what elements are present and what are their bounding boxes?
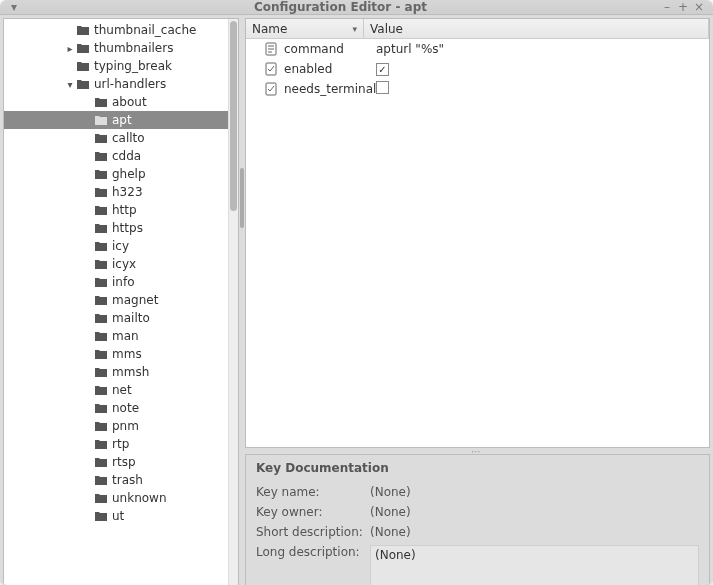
folder-icon bbox=[94, 168, 108, 180]
column-header-value-label: Value bbox=[370, 22, 403, 36]
folder-icon bbox=[94, 150, 108, 162]
pane-grip-vertical[interactable] bbox=[240, 18, 244, 585]
folder-icon bbox=[94, 438, 108, 450]
key-row-enabled[interactable]: enabled bbox=[246, 59, 709, 79]
split-horizontal: thumbnail_cache▸thumbnailerstyping_break… bbox=[3, 18, 710, 585]
tree-item-thumbnail_cache[interactable]: thumbnail_cache bbox=[4, 21, 238, 39]
list-header: Name ▾ Value bbox=[246, 19, 709, 39]
list-body[interactable]: commandapturl "%s"enabledneeds_terminal bbox=[246, 39, 709, 447]
folder-icon bbox=[94, 96, 108, 108]
tree-item-label: cdda bbox=[112, 149, 141, 163]
folder-icon bbox=[94, 366, 108, 378]
scrollbar-vertical[interactable] bbox=[228, 19, 238, 585]
tree-item-mmsh[interactable]: mmsh bbox=[4, 363, 238, 381]
tree-item-http[interactable]: http bbox=[4, 201, 238, 219]
tree-item-ut[interactable]: ut bbox=[4, 507, 238, 525]
checkbox[interactable] bbox=[376, 81, 389, 94]
tree-item-https[interactable]: https bbox=[4, 219, 238, 237]
tree-item-mms[interactable]: mms bbox=[4, 345, 238, 363]
tree-item-man[interactable]: man bbox=[4, 327, 238, 345]
key-type-icon bbox=[264, 82, 278, 96]
tree-item-about[interactable]: about bbox=[4, 93, 238, 111]
tree-item-rtp[interactable]: rtp bbox=[4, 435, 238, 453]
doc-long-value: (None) bbox=[370, 545, 699, 585]
folder-icon bbox=[94, 384, 108, 396]
folder-icon bbox=[94, 132, 108, 144]
window: ▾ Configuration Editor - apt – + × thumb… bbox=[0, 0, 713, 585]
tree-item-label: unknown bbox=[112, 491, 167, 505]
tree-item-icyx[interactable]: icyx bbox=[4, 255, 238, 273]
tree-item-note[interactable]: note bbox=[4, 399, 238, 417]
folder-icon bbox=[76, 60, 90, 72]
tree-item-label: about bbox=[112, 95, 147, 109]
tree-item-callto[interactable]: callto bbox=[4, 129, 238, 147]
key-value[interactable] bbox=[374, 81, 709, 97]
doc-short-value: (None) bbox=[370, 525, 699, 539]
folder-icon bbox=[76, 78, 90, 90]
tree-item-info[interactable]: info bbox=[4, 273, 238, 291]
folder-icon bbox=[94, 312, 108, 324]
tree-item-cdda[interactable]: cdda bbox=[4, 147, 238, 165]
key-value[interactable] bbox=[374, 62, 709, 77]
tree-item-label: mailto bbox=[112, 311, 150, 325]
maximize-icon[interactable]: + bbox=[675, 0, 691, 14]
tree-item-label: rtsp bbox=[112, 455, 136, 469]
close-icon[interactable]: × bbox=[691, 0, 707, 14]
doc-key-name-value: (None) bbox=[370, 485, 699, 499]
tree-item-label: mmsh bbox=[112, 365, 149, 379]
tree-item-label: ut bbox=[112, 509, 124, 523]
tree-item-label: icyx bbox=[112, 257, 136, 271]
folder-icon bbox=[94, 348, 108, 360]
column-header-value[interactable]: Value bbox=[364, 19, 709, 38]
window-body: thumbnail_cache▸thumbnailerstyping_break… bbox=[0, 15, 713, 585]
key-value[interactable]: apturl "%s" bbox=[374, 42, 709, 56]
tree-item-rtsp[interactable]: rtsp bbox=[4, 453, 238, 471]
tree-item-label: info bbox=[112, 275, 135, 289]
checkbox[interactable] bbox=[376, 63, 389, 76]
column-header-name-label: Name bbox=[252, 22, 287, 36]
scrollbar-thumb[interactable] bbox=[230, 21, 237, 211]
tree-item-magnet[interactable]: magnet bbox=[4, 291, 238, 309]
tree-item-label: callto bbox=[112, 131, 145, 145]
expander-icon[interactable]: ▾ bbox=[64, 79, 76, 90]
tree-item-label: mms bbox=[112, 347, 142, 361]
tree-item-pnm[interactable]: pnm bbox=[4, 417, 238, 435]
folder-icon bbox=[76, 42, 90, 54]
tree-item-label: url-handlers bbox=[94, 77, 166, 91]
tree-item-typing_break[interactable]: typing_break bbox=[4, 57, 238, 75]
column-header-name[interactable]: Name ▾ bbox=[246, 19, 364, 38]
tree-item-unknown[interactable]: unknown bbox=[4, 489, 238, 507]
tree-item-url-handlers[interactable]: ▾url-handlers bbox=[4, 75, 238, 93]
tree-item-label: icy bbox=[112, 239, 129, 253]
tree-scroll[interactable]: thumbnail_cache▸thumbnailerstyping_break… bbox=[4, 19, 238, 585]
menu-icon[interactable]: ▾ bbox=[6, 0, 22, 14]
tree-item-mailto[interactable]: mailto bbox=[4, 309, 238, 327]
titlebar[interactable]: ▾ Configuration Editor - apt – + × bbox=[0, 0, 713, 15]
key-row-command[interactable]: commandapturl "%s" bbox=[246, 39, 709, 59]
tree-item-label: magnet bbox=[112, 293, 158, 307]
key-name-label: command bbox=[284, 42, 374, 56]
tree-item-label: typing_break bbox=[94, 59, 172, 73]
doc-short-label: Short description: bbox=[256, 525, 366, 539]
key-row-needs_terminal[interactable]: needs_terminal bbox=[246, 79, 709, 99]
tree-item-thumbnailers[interactable]: ▸thumbnailers bbox=[4, 39, 238, 57]
window-title: Configuration Editor - apt bbox=[22, 0, 659, 14]
key-list-panel: Name ▾ Value commandapturl "%s"enabledne… bbox=[245, 18, 710, 448]
doc-key-name-label: Key name: bbox=[256, 485, 366, 499]
tree-item-label: net bbox=[112, 383, 132, 397]
doc-title: Key Documentation bbox=[256, 461, 699, 475]
tree-item-apt[interactable]: apt bbox=[4, 111, 238, 129]
tree-item-label: thumbnail_cache bbox=[94, 23, 196, 37]
tree-item-label: thumbnailers bbox=[94, 41, 173, 55]
folder-icon bbox=[94, 222, 108, 234]
minimize-icon[interactable]: – bbox=[659, 0, 675, 14]
tree-item-icy[interactable]: icy bbox=[4, 237, 238, 255]
tree-item-ghelp[interactable]: ghelp bbox=[4, 165, 238, 183]
tree-item-label: h323 bbox=[112, 185, 143, 199]
tree-item-h323[interactable]: h323 bbox=[4, 183, 238, 201]
key-type-icon bbox=[264, 42, 278, 56]
tree-item-trash[interactable]: trash bbox=[4, 471, 238, 489]
folder-icon bbox=[94, 492, 108, 504]
tree-item-net[interactable]: net bbox=[4, 381, 238, 399]
expander-icon[interactable]: ▸ bbox=[64, 43, 76, 54]
